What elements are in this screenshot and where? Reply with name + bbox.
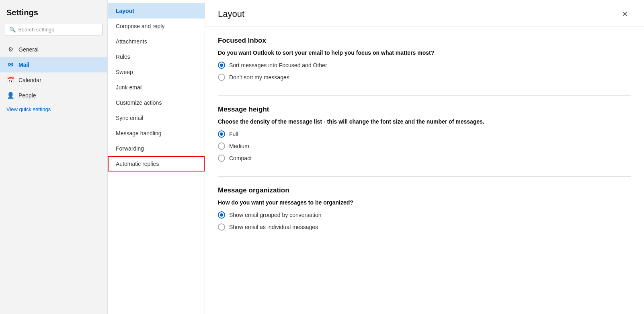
mail-icon: ✉: [6, 61, 14, 68]
radio-dont-sort-circle: [218, 74, 225, 81]
sidebar-item-label-mail: Mail: [18, 62, 29, 68]
focused-inbox-section: Focused Inbox Do you want Outlook to sor…: [218, 37, 631, 95]
focused-inbox-description: Do you want Outlook to sort your email t…: [218, 50, 631, 56]
radio-compact-circle: [218, 155, 225, 162]
radio-sort-focused-circle: [218, 62, 225, 69]
radio-individual-circle: [218, 223, 225, 231]
nav-item-attachments[interactable]: Attachments: [108, 34, 205, 49]
radio-grouped-conversation[interactable]: Show email grouped by conversation: [218, 211, 631, 219]
radio-full[interactable]: Full: [218, 130, 631, 138]
nav-item-layout[interactable]: Layout: [108, 3, 205, 19]
sidebar-title: Settings: [0, 6, 107, 24]
people-icon: 👤: [6, 92, 14, 99]
calendar-icon: 📅: [6, 76, 14, 84]
radio-sort-focused[interactable]: Sort messages into Focused and Other: [218, 62, 631, 69]
message-organization-section: Message organization How do you want you…: [218, 176, 631, 245]
radio-grouped-label: Show email grouped by conversation: [229, 212, 322, 218]
focused-inbox-title: Focused Inbox: [218, 37, 631, 45]
radio-medium-circle: [218, 143, 225, 150]
sidebar-item-mail[interactable]: ✉ Mail: [0, 57, 107, 72]
page-title: Layout: [218, 9, 244, 19]
radio-dont-sort[interactable]: Don't sort my messages: [218, 74, 631, 81]
view-quick-settings-link[interactable]: View quick settings: [0, 103, 107, 116]
search-box[interactable]: 🔍 Search settings: [5, 24, 103, 35]
sidebar-item-label-calendar: Calendar: [18, 77, 41, 83]
sidebar-item-label-general: General: [18, 46, 39, 53]
nav-item-compose-reply[interactable]: Compose and reply: [108, 19, 205, 34]
nav-item-forwarding[interactable]: Forwarding: [108, 141, 205, 156]
radio-individual-label: Show email as individual messages: [229, 224, 318, 230]
search-icon: 🔍: [9, 27, 16, 33]
radio-medium-label: Medium: [229, 143, 249, 149]
radio-grouped-circle: [218, 211, 225, 219]
nav-item-junk-email[interactable]: Junk email: [108, 80, 205, 95]
message-height-description: Choose the density of the message list -…: [218, 118, 631, 125]
radio-compact[interactable]: Compact: [218, 155, 631, 162]
message-height-section: Message height Choose the density of the…: [218, 95, 631, 176]
radio-full-label: Full: [229, 131, 238, 137]
message-organization-title: Message organization: [218, 186, 631, 194]
message-organization-description: How do you want your messages to be orga…: [218, 199, 631, 206]
sidebar-item-people[interactable]: 👤 People: [0, 88, 107, 103]
message-height-title: Message height: [218, 105, 631, 114]
main-header: Layout ✕: [205, 0, 644, 27]
nav-item-rules[interactable]: Rules: [108, 49, 205, 64]
nav-item-sync-email[interactable]: Sync email: [108, 110, 205, 126]
radio-dont-sort-label: Don't sort my messages: [229, 74, 289, 81]
sidebar-item-general[interactable]: ⚙ General: [0, 42, 107, 57]
main-body: Focused Inbox Do you want Outlook to sor…: [205, 27, 644, 255]
close-button[interactable]: ✕: [619, 8, 631, 20]
radio-individual-messages[interactable]: Show email as individual messages: [218, 223, 631, 231]
sidebar-item-calendar[interactable]: 📅 Calendar: [0, 72, 107, 88]
gear-icon: ⚙: [6, 46, 14, 53]
radio-compact-label: Compact: [229, 155, 252, 161]
nav-item-sweep[interactable]: Sweep: [108, 64, 205, 80]
nav-item-message-handling[interactable]: Message handling: [108, 126, 205, 141]
nav-item-automatic-replies[interactable]: Automatic replies: [108, 156, 205, 171]
main-content: Layout ✕ Focused Inbox Do you want Outlo…: [205, 0, 644, 314]
radio-full-circle: [218, 130, 225, 138]
sidebar: Settings 🔍 Search settings ⚙ General ✉ M…: [0, 0, 108, 314]
radio-sort-focused-label: Sort messages into Focused and Other: [229, 62, 327, 68]
nav-item-customize-actions[interactable]: Customize actions: [108, 95, 205, 110]
search-input[interactable]: Search settings: [18, 27, 98, 33]
middle-nav: Layout Compose and reply Attachments Rul…: [108, 0, 205, 314]
radio-medium[interactable]: Medium: [218, 143, 631, 150]
sidebar-item-label-people: People: [18, 92, 36, 99]
